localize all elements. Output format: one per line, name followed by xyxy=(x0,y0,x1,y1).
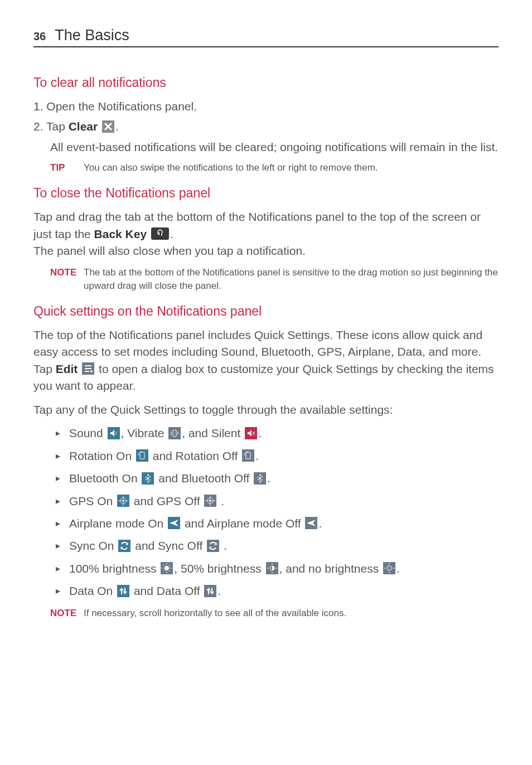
gps-off-icon xyxy=(204,495,216,507)
step-2-body: All event-based notifications will be cl… xyxy=(33,139,499,156)
bullet-airplane: Airplane mode On and Airplane mode Off . xyxy=(56,515,499,532)
airplane-on-icon xyxy=(168,517,180,529)
clear-x-icon xyxy=(102,120,114,133)
svg-rect-10 xyxy=(242,449,254,462)
section-close-panel: To close the Notifications panel Tap and… xyxy=(33,186,499,293)
svg-point-25 xyxy=(165,566,169,570)
note-label: NOTE xyxy=(50,607,84,620)
airplane-off-icon xyxy=(305,517,317,529)
bullet-data: Data On and Data Off . xyxy=(56,583,499,599)
brightness-50-icon xyxy=(266,562,278,574)
edit-icon xyxy=(82,362,94,375)
vibrate-icon xyxy=(168,427,181,439)
svg-rect-31 xyxy=(204,585,216,597)
svg-rect-1 xyxy=(151,227,169,240)
tip-callout: TIP You can also swipe the notifications… xyxy=(33,161,499,175)
note-text: If necessary, scroll horizontally to see… xyxy=(84,607,499,620)
rotation-off-icon xyxy=(242,449,254,462)
sync-on-icon xyxy=(118,540,130,552)
section-title: To close the Notifications panel xyxy=(33,186,499,201)
svg-point-3 xyxy=(90,370,93,372)
bullet-sound: Sound , Vibrate , and Silent . xyxy=(56,425,499,442)
svg-rect-8 xyxy=(136,449,148,462)
note-label: NOTE xyxy=(50,266,84,293)
svg-point-19 xyxy=(209,500,211,502)
section-quick-settings: Quick settings on the Notifications pane… xyxy=(33,304,499,619)
close-panel-para: Tap and drag the tab at the bottom of th… xyxy=(33,209,499,259)
tip-text: You can also swipe the notifications to … xyxy=(84,161,499,175)
tip-label: TIP xyxy=(50,161,84,175)
gps-on-icon xyxy=(117,495,129,507)
note-text: The tab at the bottom of the Notificatio… xyxy=(84,266,499,293)
section-title: Quick settings on the Notifications pane… xyxy=(33,304,499,319)
bullet-gps: GPS On and GPS Off . xyxy=(56,493,499,510)
brightness-0-icon xyxy=(383,562,395,574)
sync-off-icon xyxy=(207,540,219,552)
step-2: 2. Tap Clear . xyxy=(33,118,499,135)
note-callout: NOTE If necessary, scroll horizontally t… xyxy=(33,607,499,620)
chapter-title: The Basics xyxy=(55,27,129,44)
silent-icon xyxy=(245,427,257,439)
note-callout: NOTE The tab at the bottom of the Notifi… xyxy=(33,266,499,293)
svg-rect-22 xyxy=(118,540,130,552)
bluetooth-on-icon xyxy=(142,472,154,485)
brightness-100-icon xyxy=(161,562,173,574)
bluetooth-off-icon xyxy=(254,472,266,485)
section-title: To clear all notifications xyxy=(33,75,499,90)
rotation-on-icon xyxy=(136,449,148,462)
svg-rect-5 xyxy=(168,427,181,439)
page-number: 36 xyxy=(33,30,46,43)
sound-icon xyxy=(108,427,120,439)
bullet-brightness: 100% brightness , 50% brightness , and n… xyxy=(56,560,499,577)
data-on-icon xyxy=(117,585,129,597)
bullet-sync: Sync On and Sync Off . xyxy=(56,538,499,554)
bullet-rotation: Rotation On and Rotation Off . xyxy=(56,448,499,464)
svg-rect-23 xyxy=(207,540,219,552)
step-1: 1. Open the Notifications panel. xyxy=(33,98,499,115)
svg-point-16 xyxy=(122,500,124,502)
back-key-icon xyxy=(151,227,169,240)
section-clear-notifications: To clear all notifications 1. Open the N… xyxy=(33,75,499,175)
svg-rect-30 xyxy=(117,585,129,597)
quick-settings-intro: The top of the Notifications panel inclu… xyxy=(33,327,499,395)
bullet-bluetooth: Bluetooth On and Bluetooth Off . xyxy=(56,470,499,487)
quick-settings-list: Sound , Vibrate , and Silent . Rotation … xyxy=(33,425,499,600)
data-off-icon xyxy=(204,585,216,597)
tap-any-text: Tap any of the Quick Settings to toggle … xyxy=(33,401,499,418)
page-header: 36 The Basics xyxy=(33,27,499,47)
